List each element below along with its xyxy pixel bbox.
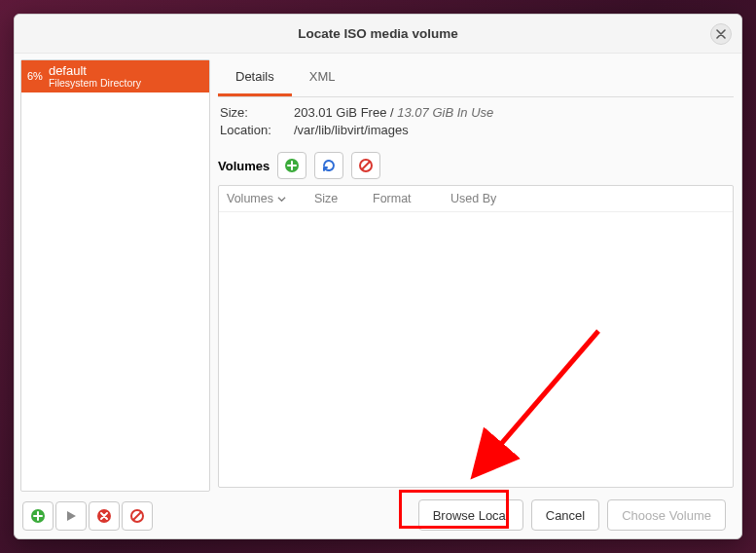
tabs: Details XML [218, 59, 734, 97]
col-volumes[interactable]: Volumes [227, 192, 314, 205]
chevron-down-icon [277, 195, 286, 203]
window-title: Locate ISO media volume [298, 26, 457, 41]
start-pool-button[interactable] [55, 501, 87, 531]
volumes-body [219, 212, 733, 487]
location-row: Location: /var/lib/libvirt/images [220, 123, 732, 137]
footer: Browse Local Cancel Choose Volume [218, 494, 734, 538]
volumes-label: Volumes [218, 159, 270, 173]
tab-xml[interactable]: XML [292, 59, 353, 96]
cancel-button[interactable]: Cancel [531, 499, 599, 531]
pool-usage-percent: 6% [27, 70, 43, 82]
forbid-icon [129, 508, 145, 524]
pool-item-default[interactable]: 6% default Filesystem Directory [21, 60, 209, 92]
main-panel: Details XML Size: 203.01 GiB Free / 13.0… [214, 54, 741, 538]
svg-line-6 [362, 162, 370, 169]
dialog-window: Locate ISO media volume 6% default Files… [14, 14, 742, 539]
col-size[interactable]: Size [314, 192, 373, 205]
browse-local-button[interactable]: Browse Local [418, 499, 523, 531]
volumes-toolbar: Volumes [218, 152, 734, 179]
volumes-table[interactable]: Volumes Size Format Used By [218, 185, 734, 488]
pool-info: Size: 203.01 GiB Free / 13.07 GiB In Use… [218, 97, 734, 146]
volumes-header: Volumes Size Format Used By [219, 186, 733, 212]
refresh-icon [321, 158, 337, 173]
add-pool-button[interactable] [22, 501, 54, 531]
svg-line-3 [133, 512, 141, 520]
size-free: 203.01 GiB Free [294, 105, 386, 120]
add-volume-button[interactable] [277, 152, 306, 179]
col-format[interactable]: Format [373, 192, 450, 205]
col-used-by[interactable]: Used By [450, 192, 725, 205]
add-icon [284, 158, 300, 173]
size-in-use: 13.07 GiB In Use [397, 105, 493, 120]
location-value: /var/lib/libvirt/images [294, 123, 409, 137]
location-label: Location: [220, 123, 286, 137]
tab-details[interactable]: Details [218, 59, 292, 96]
add-icon [30, 508, 46, 524]
close-icon [716, 29, 726, 39]
sidebar: 6% default Filesystem Directory [15, 54, 214, 538]
size-row: Size: 203.01 GiB Free / 13.07 GiB In Use [220, 105, 732, 120]
close-button[interactable] [710, 23, 732, 45]
dialog-body: 6% default Filesystem Directory [15, 54, 741, 538]
pool-actions [20, 496, 214, 538]
pool-name: default [49, 64, 141, 78]
pool-list[interactable]: 6% default Filesystem Directory [20, 59, 210, 492]
titlebar: Locate ISO media volume [15, 15, 741, 54]
forbid-icon [358, 158, 374, 173]
play-icon [65, 510, 77, 522]
choose-volume-button: Choose Volume [607, 499, 726, 531]
delete-pool-button[interactable] [122, 501, 153, 531]
stop-icon [96, 508, 112, 524]
size-label: Size: [220, 105, 286, 120]
pool-type: Filesystem Directory [49, 78, 141, 89]
stop-pool-button[interactable] [89, 501, 120, 531]
delete-volume-button[interactable] [351, 152, 380, 179]
refresh-volumes-button[interactable] [314, 152, 343, 179]
